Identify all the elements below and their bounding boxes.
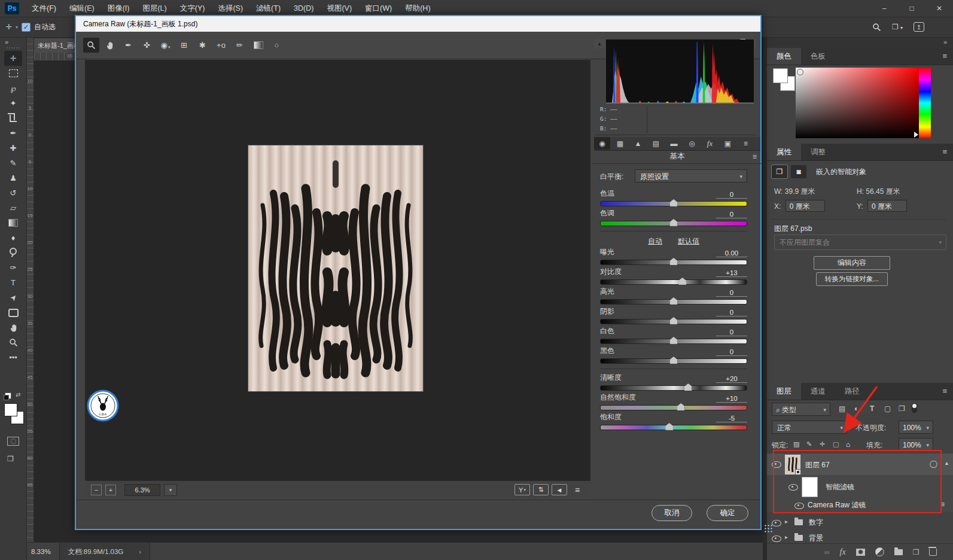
lock-transparency-icon[interactable]: ▨ (793, 440, 799, 448)
highlights-slider-thumb[interactable] (670, 297, 678, 305)
cr-zoom-tool[interactable] (83, 38, 99, 53)
new-layer-icon[interactable]: ❐ (913, 548, 919, 556)
eraser-tool[interactable]: ▱ (4, 200, 22, 215)
gradient-tool[interactable] (4, 215, 22, 230)
tab-layers[interactable]: 图层 (767, 383, 801, 400)
menu-3d[interactable]: 3D(D) (287, 0, 320, 17)
zoom-tool[interactable] (4, 335, 22, 350)
menu-filter[interactable]: 滤镜(T) (249, 0, 287, 17)
vibrance-slider-track[interactable] (600, 405, 747, 410)
shadows-slider-value[interactable]: 0 (716, 309, 747, 316)
saturation-brightness-field[interactable] (796, 68, 919, 138)
y-position-field[interactable]: 0 厘米 (867, 200, 907, 212)
zoom-level[interactable]: 8.33% (26, 548, 59, 555)
visibility-eye-icon[interactable] (772, 535, 781, 542)
lock-position-icon[interactable]: ✛ (820, 440, 825, 448)
camera-raw-filter-row[interactable]: Camera Raw 滤镜 ≡ (767, 498, 953, 512)
tint-slider-thumb[interactable] (670, 219, 678, 226)
screen-mode-button[interactable]: ❐ (7, 455, 14, 463)
tab-camera-calibration[interactable]: ▣ (720, 137, 736, 150)
saturation-slider-value[interactable]: -5 (716, 415, 747, 422)
vibrance-slider-value[interactable]: +10 (716, 395, 747, 403)
saturation-slider-track[interactable] (600, 425, 747, 430)
document-size-info[interactable]: 文档:89.9M/1.03G › (59, 543, 151, 560)
whites-slider[interactable]: 白色0 (600, 326, 747, 346)
clarity-slider[interactable]: 清晰度+20 (600, 373, 747, 392)
temperature-slider-track[interactable] (600, 201, 747, 206)
filter-mask-thumbnail[interactable] (802, 477, 818, 497)
ok-button[interactable]: 确定 (707, 505, 748, 521)
zoom-out-button[interactable]: − (91, 485, 102, 495)
visibility-eye-icon[interactable] (772, 520, 781, 526)
magic-wand-tool[interactable]: ✦ (4, 96, 22, 111)
expand-group-icon[interactable]: ▸ (785, 534, 788, 540)
visibility-eye-icon[interactable] (772, 461, 781, 468)
tab-split-toning[interactable]: ▬ (666, 137, 682, 150)
status-chevron-icon[interactable]: › (139, 548, 141, 555)
menu-select[interactable]: 选择(S) (211, 0, 249, 17)
edit-toolbar-button[interactable]: ••• (4, 350, 22, 365)
copy-settings-button[interactable]: ◄ (552, 484, 567, 495)
foreground-color-swatch[interactable] (4, 403, 17, 416)
layer-thumbnail[interactable] (785, 455, 800, 474)
preview-mode-button[interactable]: Y▾ (514, 484, 530, 495)
whites-slider-thumb[interactable] (670, 337, 678, 344)
x-position-field[interactable]: 0 厘米 (785, 200, 825, 212)
before-after-swap-button[interactable]: ⇅ (533, 484, 549, 495)
filter-adjustment-layers-icon[interactable]: ◐ (854, 404, 858, 413)
layer-filter-kind-select[interactable]: ⌕ 类型 ▾ (772, 403, 830, 416)
tab-lens-corrections[interactable]: ◎ (684, 137, 700, 150)
default-colors-icon[interactable] (5, 392, 11, 399)
cr-spot-removal-tool[interactable]: ✱ (194, 38, 211, 53)
cancel-button[interactable]: 取消 (651, 505, 692, 521)
brush-tool[interactable]: ✎ (4, 156, 22, 171)
mask-properties-icon[interactable]: ◙ (791, 165, 806, 178)
panel-menu-icon[interactable]: ≡ (942, 386, 947, 395)
convert-to-linked-button[interactable]: 转换为链接对象... (816, 272, 888, 286)
tint-slider-track[interactable] (600, 221, 747, 226)
highlights-slider-track[interactable] (600, 299, 747, 305)
clarity-slider-value[interactable]: +20 (716, 375, 747, 383)
blur-tool[interactable]: ♦ (4, 230, 22, 245)
lock-pixels-icon[interactable]: ✎ (806, 440, 812, 448)
toolbar-collapse-icon[interactable]: » (0, 37, 26, 45)
close-button[interactable]: ✕ (925, 0, 953, 17)
temperature-slider-thumb[interactable] (670, 199, 678, 206)
filter-shape-layers-icon[interactable]: ▢ (884, 404, 891, 413)
contrast-slider-track[interactable] (600, 279, 747, 285)
menu-window[interactable]: 窗口(W) (358, 0, 398, 17)
edit-contents-button[interactable]: 编辑内容 (814, 256, 890, 270)
link-layers-icon[interactable]: ∞ (824, 548, 830, 556)
pen-tool[interactable]: ✑ (4, 260, 22, 275)
clarity-slider-thumb[interactable] (684, 384, 692, 391)
quick-mask-button[interactable] (7, 437, 19, 446)
clone-stamp-tool[interactable]: ♟ (4, 171, 22, 185)
cr-hand-tool[interactable] (102, 38, 118, 53)
auto-link[interactable]: 自动 (648, 236, 662, 246)
dialog-title[interactable]: Camera Raw (未标题-1_画板 1.psd) (76, 16, 760, 32)
dialog-resize-grip[interactable] (764, 524, 772, 534)
document-tab[interactable]: 未标题-1_画板 (34, 38, 75, 53)
zoom-value-field[interactable]: 6.3% (124, 484, 160, 496)
chevron-down-icon[interactable]: ▾ (16, 25, 18, 30)
tab-tone-curve[interactable]: ▦ (612, 137, 628, 150)
vibrance-slider[interactable]: 自然饱和度+10 (600, 392, 747, 412)
eyedropper-tool[interactable]: ✒ (4, 126, 22, 141)
exposure-slider[interactable]: 曝光0.00 (600, 247, 747, 267)
search-icon[interactable] (872, 23, 881, 32)
contrast-slider-value[interactable]: +13 (716, 269, 747, 277)
preview-settings-button[interactable]: ≡ (570, 485, 584, 495)
swap-colors-icon[interactable]: ⇄ (16, 391, 20, 398)
blend-mode-select[interactable]: 正常▾ (772, 421, 847, 434)
move-tool[interactable]: ✛ (4, 51, 22, 66)
cr-transform-tool[interactable]: ⊞ (176, 38, 192, 53)
cr-targeted-adjustment-tool[interactable]: ◉▾ (157, 38, 173, 53)
blacks-slider-thumb[interactable] (670, 357, 678, 364)
tint-slider[interactable]: 色调0 (600, 208, 747, 228)
adjustment-layer-icon[interactable] (875, 547, 884, 556)
exposure-slider-track[interactable] (600, 260, 747, 265)
cr-adjustment-brush-tool[interactable]: ✏ (232, 38, 248, 53)
cr-white-balance-tool[interactable]: ✒ (120, 38, 136, 53)
shape-tool[interactable] (4, 305, 22, 320)
minimize-button[interactable]: – (870, 0, 898, 17)
